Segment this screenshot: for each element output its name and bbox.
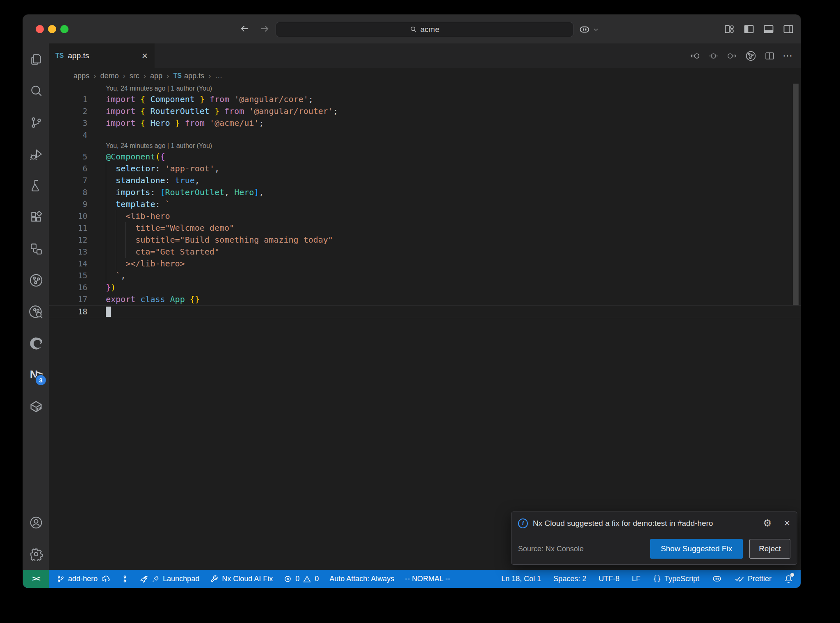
- code-line-11[interactable]: 11 title="Welcmoe demo": [49, 222, 801, 234]
- settings-gear-icon[interactable]: [23, 538, 49, 570]
- customize-layout-icon[interactable]: [724, 23, 735, 35]
- tab-app-ts[interactable]: TS app.ts ✕: [49, 43, 155, 68]
- code-editor[interactable]: You, 24 minutes ago | 1 author (You)1imp…: [49, 84, 801, 570]
- code-line-15[interactable]: 15 `,: [49, 270, 801, 282]
- language-mode-status[interactable]: {} TypeScript: [653, 575, 699, 583]
- editor-scrollbar[interactable]: [793, 84, 799, 305]
- notification-message: Nx Cloud suggested a fix for demo:test i…: [533, 519, 713, 528]
- search-view-icon[interactable]: [23, 75, 49, 107]
- code-line-7[interactable]: 7 standalone: true,: [49, 175, 801, 186]
- vim-mode-status[interactable]: -- NORMAL --: [405, 575, 450, 583]
- breadcrumb-item-appts[interactable]: TSapp.ts: [173, 72, 204, 80]
- run-debug-icon[interactable]: [23, 138, 49, 170]
- git-branch-status[interactable]: add-hero: [56, 574, 110, 583]
- code-line-5[interactable]: 5@Component({: [49, 151, 801, 163]
- explorer-icon[interactable]: [23, 43, 49, 75]
- show-suggested-fix-button[interactable]: Show Suggested Fix: [650, 539, 743, 559]
- nx-console-icon[interactable]: N> 3: [23, 359, 49, 391]
- line-number: 3: [49, 117, 87, 129]
- code-line-12[interactable]: 12 subtitle="Build something amazing tod…: [49, 234, 801, 246]
- commits-status-icon[interactable]: [121, 575, 129, 583]
- more-actions-icon[interactable]: ⋯: [783, 50, 793, 61]
- code-line-18[interactable]: 18: [49, 305, 801, 318]
- copilot-menu[interactable]: [578, 23, 599, 36]
- breadcrumb-item-src[interactable]: src: [130, 72, 139, 80]
- commit-graph-view-icon[interactable]: [23, 264, 49, 296]
- edge-tools-icon[interactable]: [23, 327, 49, 359]
- errors-count: 0: [295, 575, 299, 583]
- nx-fix-label: Nx Cloud AI Fix: [222, 575, 273, 583]
- toggle-secondary-sidebar-icon[interactable]: [783, 23, 794, 35]
- code-line-1[interactable]: 1import { Component } from '@angular/cor…: [49, 93, 801, 105]
- nx-cloud-ai-fix-status[interactable]: Nx Cloud AI Fix: [210, 575, 273, 583]
- notification-close-icon[interactable]: ✕: [784, 518, 790, 528]
- code-line-14[interactable]: 14 ></lib-hero>: [49, 258, 801, 270]
- breadcrumb-item-apps[interactable]: apps: [73, 72, 89, 80]
- back-icon[interactable]: [240, 23, 250, 34]
- code-line-10[interactable]: 10 <lib-hero: [49, 210, 801, 222]
- activity-bar: N> 3: [23, 43, 49, 570]
- desktop: acme: [0, 0, 840, 623]
- code-line-13[interactable]: 13 cta="Get Started": [49, 246, 801, 258]
- package-icon[interactable]: [23, 391, 49, 422]
- code-line-16[interactable]: 16}): [49, 282, 801, 293]
- warnings-count: 0: [315, 575, 319, 583]
- notification-settings-gear-icon[interactable]: ⚙: [763, 518, 772, 529]
- vim-block-cursor: [106, 307, 111, 317]
- formatter-status[interactable]: Prettier: [735, 574, 772, 584]
- minimize-window-button[interactable]: [48, 25, 56, 33]
- window-controls: [36, 25, 68, 33]
- code-line-9[interactable]: 9 template: `: [49, 198, 801, 210]
- code-line-2[interactable]: 2import { RouterOutlet } from '@angular/…: [49, 105, 801, 117]
- line-number: 7: [49, 175, 87, 186]
- notifications-bell-icon[interactable]: [784, 574, 793, 584]
- encoding-status[interactable]: UTF-8: [598, 575, 619, 583]
- line-number: 10: [49, 210, 87, 222]
- code-line-3[interactable]: 3import { Hero } from '@acme/ui';: [49, 117, 801, 129]
- breadcrumb-item-[interactable]: …: [215, 72, 222, 80]
- close-window-button[interactable]: [36, 25, 44, 33]
- open-previous-change-icon[interactable]: [689, 50, 701, 61]
- code-line-6[interactable]: 6 selector: 'app-root',: [49, 163, 801, 175]
- indentation-status[interactable]: Spaces: 2: [553, 575, 586, 583]
- codelens-blame[interactable]: You, 24 minutes ago | 1 author (You): [49, 141, 801, 151]
- problems-status[interactable]: 0 0: [283, 575, 319, 583]
- launchpad-status[interactable]: Launchpad: [140, 575, 199, 583]
- tab-close-icon[interactable]: ✕: [142, 51, 148, 61]
- copilot-status-icon[interactable]: [712, 573, 722, 584]
- rocket-icon: [140, 575, 148, 583]
- open-commit-graph-icon[interactable]: [745, 50, 757, 62]
- reject-button[interactable]: Reject: [749, 539, 790, 559]
- code-line-4[interactable]: 4: [49, 129, 801, 141]
- breadcrumb-item-app[interactable]: app: [150, 72, 162, 80]
- gitlens-inspect-icon[interactable]: [23, 296, 49, 327]
- auto-attach-status[interactable]: Auto Attach: Always: [329, 575, 394, 583]
- line-number: 12: [49, 234, 87, 246]
- toggle-primary-sidebar-icon[interactable]: [743, 23, 755, 35]
- code-line-17[interactable]: 17export class App {}: [49, 293, 801, 305]
- zoom-window-button[interactable]: [60, 25, 68, 33]
- notification-dot: [790, 573, 794, 577]
- status-bar: >< add-hero Launchpad Nx Cloud AI Fix: [23, 570, 801, 588]
- testing-icon[interactable]: [23, 170, 49, 201]
- toggle-panel-icon[interactable]: [763, 23, 774, 35]
- cursor-position-status[interactable]: Ln 18, Col 1: [501, 575, 541, 583]
- project-hierarchy-icon[interactable]: [23, 233, 49, 264]
- forward-icon[interactable]: [259, 23, 270, 34]
- open-next-change-icon[interactable]: [726, 50, 737, 61]
- source-control-icon[interactable]: [23, 107, 49, 138]
- code-line-8[interactable]: 8 imports: [RouterOutlet, Hero],: [49, 186, 801, 198]
- compare-changes-icon[interactable]: [708, 50, 719, 61]
- accounts-icon[interactable]: [23, 507, 49, 538]
- chevron-down-icon: [593, 27, 599, 32]
- breadcrumb-separator: ›: [208, 71, 211, 80]
- line-number: 5: [49, 151, 87, 163]
- breadcrumb-item-demo[interactable]: demo: [100, 72, 119, 80]
- command-center-search[interactable]: acme: [276, 22, 573, 37]
- remote-indicator[interactable]: ><: [23, 570, 49, 588]
- extensions-icon[interactable]: [23, 201, 49, 233]
- warnings-icon: [303, 575, 311, 583]
- eol-status[interactable]: LF: [632, 575, 640, 583]
- split-editor-icon[interactable]: [764, 50, 775, 61]
- codelens-blame[interactable]: You, 24 minutes ago | 1 author (You): [49, 84, 801, 93]
